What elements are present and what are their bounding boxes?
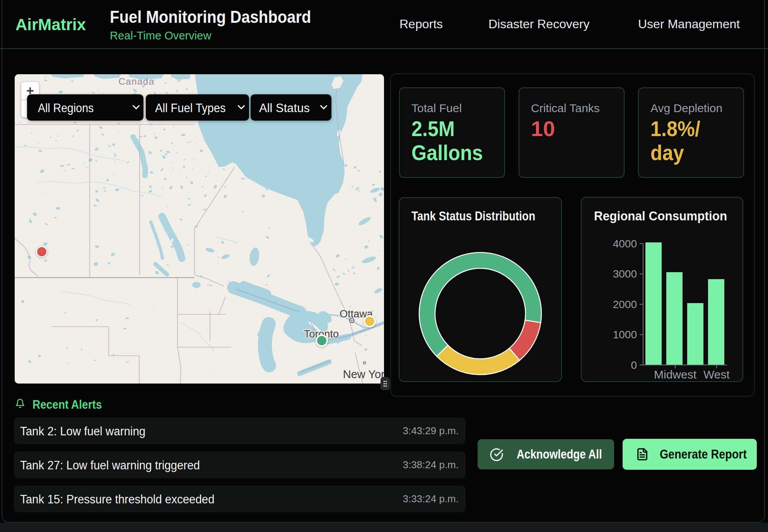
svg-text:Canada: Canada (118, 76, 154, 87)
svg-text:1000: 1000 (613, 329, 637, 341)
svg-text:3000: 3000 (613, 268, 637, 280)
svg-text:New York: New York (343, 368, 384, 380)
svg-text:0: 0 (631, 359, 637, 371)
svg-text:West: West (703, 368, 730, 381)
svg-text:2000: 2000 (613, 298, 637, 310)
svg-text:Midwest: Midwest (654, 368, 697, 381)
svg-text:4000: 4000 (613, 238, 637, 250)
